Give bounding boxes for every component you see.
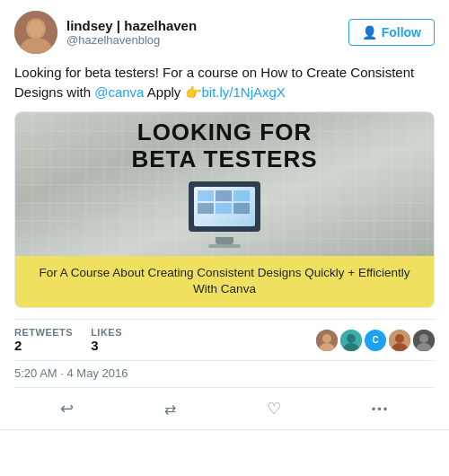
reply-icon: ↩ <box>60 399 74 419</box>
tweet-text-part2: Apply <box>144 84 184 100</box>
heart-icon: ♡ <box>267 399 281 419</box>
screen-block <box>198 190 214 201</box>
tweet-text: Looking for beta testers! For a course o… <box>14 63 435 102</box>
liker-avatar-5[interactable] <box>413 330 435 351</box>
screen-block <box>216 190 232 201</box>
svg-point-14 <box>419 334 428 343</box>
username[interactable]: @hazelhavenblog <box>66 33 197 47</box>
likes-stat: LIKES 3 <box>91 327 122 353</box>
image-bottom: For A Course About Creating Consistent D… <box>15 256 434 308</box>
liker-avatar-1[interactable] <box>316 330 338 351</box>
more-button[interactable]: ••• <box>361 395 401 422</box>
user-info: lindsey | hazelhaven @hazelhavenblog <box>14 11 197 54</box>
tweet-timestamp: 5:20 AM · 4 May 2016 <box>14 366 435 380</box>
tweet-mention[interactable]: @canva <box>94 84 144 100</box>
svg-point-5 <box>322 334 331 343</box>
screen-block <box>216 203 232 214</box>
likes-value: 3 <box>91 338 122 353</box>
image-heading: LOOKING FOR BETA TESTERS <box>131 119 317 173</box>
svg-point-8 <box>347 334 356 343</box>
retweets-value: 2 <box>14 338 73 353</box>
svg-point-3 <box>28 20 44 38</box>
likers-avatars: C <box>316 330 435 351</box>
follow-icon: 👤 <box>362 25 377 40</box>
monitor-screen <box>194 187 255 226</box>
tweet-card: lindsey | hazelhaven @hazelhavenblog 👤 F… <box>0 0 449 430</box>
tweet-header: lindsey | hazelhaven @hazelhavenblog 👤 F… <box>14 11 435 54</box>
tweet-actions: ↩ ⇄ ♡ ••• <box>14 387 435 429</box>
follow-button[interactable]: 👤 Follow <box>348 19 435 46</box>
retweet-icon: ⇄ <box>164 401 176 418</box>
screen-block <box>233 203 250 214</box>
tweet-emoji: 👉 <box>185 84 202 100</box>
reply-button[interactable]: ↩ <box>49 395 84 422</box>
retweets-stat: RETWEETS 2 <box>14 327 73 353</box>
monitor-icon <box>189 181 260 232</box>
tweet-image[interactable]: LOOKING FOR BETA TESTERS <box>14 111 435 309</box>
image-heading-line1: LOOKING FOR <box>131 119 317 146</box>
display-name[interactable]: lindsey | hazelhaven <box>66 18 197 33</box>
monitor-stand <box>216 237 233 244</box>
likes-label: LIKES <box>91 327 122 338</box>
tweet-stats: RETWEETS 2 LIKES 3 C <box>14 319 435 361</box>
svg-point-11 <box>395 334 404 343</box>
retweets-label: RETWEETS <box>14 327 73 338</box>
image-subtitle: For A Course About Creating Consistent D… <box>30 265 419 299</box>
tweet-link[interactable]: bit.ly/1NjAxgX <box>202 84 286 100</box>
more-icon: ••• <box>372 402 390 416</box>
retweet-button[interactable]: ⇄ <box>154 395 187 422</box>
avatar[interactable] <box>14 11 57 54</box>
liker-avatar-2[interactable] <box>340 330 362 351</box>
screen-block <box>198 203 214 214</box>
user-names: lindsey | hazelhaven @hazelhavenblog <box>66 18 197 47</box>
follow-label: Follow <box>382 25 421 40</box>
like-button[interactable]: ♡ <box>256 395 292 422</box>
monitor-base <box>208 244 241 248</box>
image-overlay: LOOKING FOR BETA TESTERS <box>122 112 326 256</box>
liker-avatar-4[interactable] <box>389 330 410 351</box>
screen-block <box>233 190 250 201</box>
image-top: LOOKING FOR BETA TESTERS <box>15 112 434 256</box>
liker-avatar-3[interactable]: C <box>365 330 386 351</box>
image-heading-line2: BETA TESTERS <box>131 146 317 173</box>
